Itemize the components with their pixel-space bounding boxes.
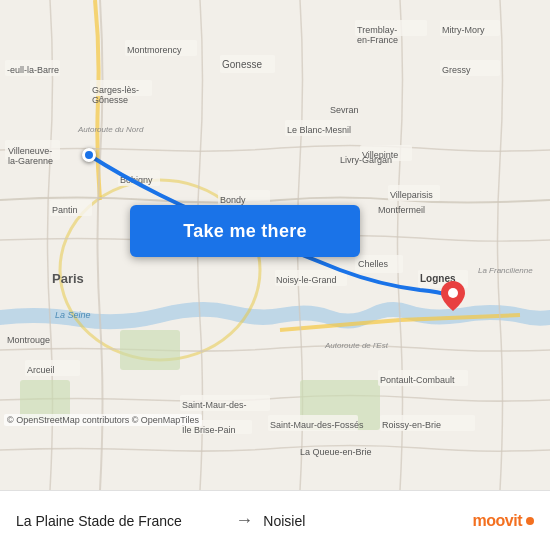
svg-text:Mitry-Mory: Mitry-Mory <box>442 25 485 35</box>
origin-label: La Plaine Stade de France <box>16 513 225 529</box>
bottom-bar: La Plaine Stade de France → Noisiel moov… <box>0 490 550 550</box>
svg-text:Saint-Maur-des-: Saint-Maur-des- <box>182 400 247 410</box>
svg-text:La Francilienne: La Francilienne <box>478 266 533 275</box>
destination-label: Noisiel <box>263 513 472 529</box>
svg-text:Paris: Paris <box>52 271 84 286</box>
origin-pin <box>82 148 96 162</box>
svg-text:Garges-lès-: Garges-lès- <box>92 85 139 95</box>
svg-text:Chelles: Chelles <box>358 259 389 269</box>
svg-text:Gressy: Gressy <box>442 65 471 75</box>
svg-text:Le Blanc-Mesnil: Le Blanc-Mesnil <box>287 125 351 135</box>
svg-text:-eull-la-Barre: -eull-la-Barre <box>7 65 59 75</box>
arrow-icon: → <box>235 510 253 531</box>
svg-text:Gônesse: Gônesse <box>92 95 128 105</box>
svg-text:Pantin: Pantin <box>52 205 78 215</box>
moovit-text: moovit <box>473 512 522 530</box>
svg-text:Tremblay-: Tremblay- <box>357 25 397 35</box>
moovit-logo: moovit <box>473 512 534 530</box>
map-container: Villeneuve- la-Garenne Gonesse Chelles L… <box>0 0 550 490</box>
svg-text:Montrouge: Montrouge <box>7 335 50 345</box>
svg-text:La Queue-en-Brie: La Queue-en-Brie <box>300 447 372 457</box>
svg-text:La Seine: La Seine <box>55 310 91 320</box>
svg-text:Roissy-en-Brie: Roissy-en-Brie <box>382 420 441 430</box>
moovit-dot <box>526 517 534 525</box>
svg-text:Montmorency: Montmorency <box>127 45 182 55</box>
svg-text:la-Garenne: la-Garenne <box>8 156 53 166</box>
svg-text:Montfermeil: Montfermeil <box>378 205 425 215</box>
svg-text:Autoroute du Nord: Autoroute du Nord <box>77 125 144 134</box>
svg-text:Île Brise-Pain: Île Brise-Pain <box>181 425 236 435</box>
osm-credit: © OpenStreetMap contributors © OpenMapTi… <box>4 414 202 426</box>
svg-text:Autoroute de l'Est: Autoroute de l'Est <box>324 341 389 350</box>
destination-pin <box>441 281 465 315</box>
svg-text:Sevran: Sevran <box>330 105 359 115</box>
svg-point-67 <box>448 288 458 298</box>
svg-text:en-France: en-France <box>357 35 398 45</box>
svg-rect-2 <box>120 330 180 370</box>
svg-text:Arcueil: Arcueil <box>27 365 55 375</box>
svg-text:Pontault-Combault: Pontault-Combault <box>380 375 455 385</box>
svg-text:Villeparisis: Villeparisis <box>390 190 433 200</box>
svg-text:Villeneuve-: Villeneuve- <box>8 146 52 156</box>
svg-text:Livry-Gargan: Livry-Gargan <box>340 155 392 165</box>
take-me-there-button[interactable]: Take me there <box>130 205 360 257</box>
svg-text:Bondy: Bondy <box>220 195 246 205</box>
svg-text:Saint-Maur-des-Fossés: Saint-Maur-des-Fossés <box>270 420 364 430</box>
svg-text:Gonesse: Gonesse <box>222 59 262 70</box>
svg-text:Noisy-le-Grand: Noisy-le-Grand <box>276 275 337 285</box>
